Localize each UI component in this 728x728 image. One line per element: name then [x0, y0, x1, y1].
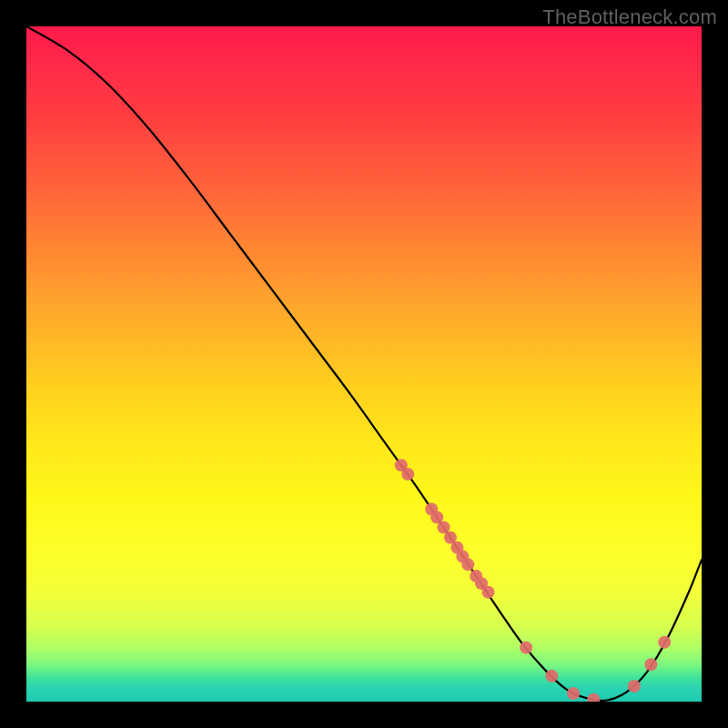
marker-point [401, 468, 414, 480]
bottleneck-curve [26, 26, 702, 701]
markers-layer [395, 459, 671, 702]
chart-overlay [26, 26, 702, 702]
marker-point [587, 693, 600, 702]
marker-point [461, 558, 474, 571]
watermark-text: TheBottleneck.com [542, 5, 717, 29]
marker-point [644, 658, 657, 671]
marker-point [545, 670, 558, 682]
marker-point [482, 586, 495, 599]
curve-layer [26, 26, 702, 701]
chart-frame: TheBottleneck.com [0, 0, 728, 728]
marker-point [567, 687, 580, 700]
marker-point [628, 680, 641, 693]
plot-area [26, 26, 702, 702]
marker-point [658, 636, 671, 649]
marker-point [520, 642, 532, 654]
